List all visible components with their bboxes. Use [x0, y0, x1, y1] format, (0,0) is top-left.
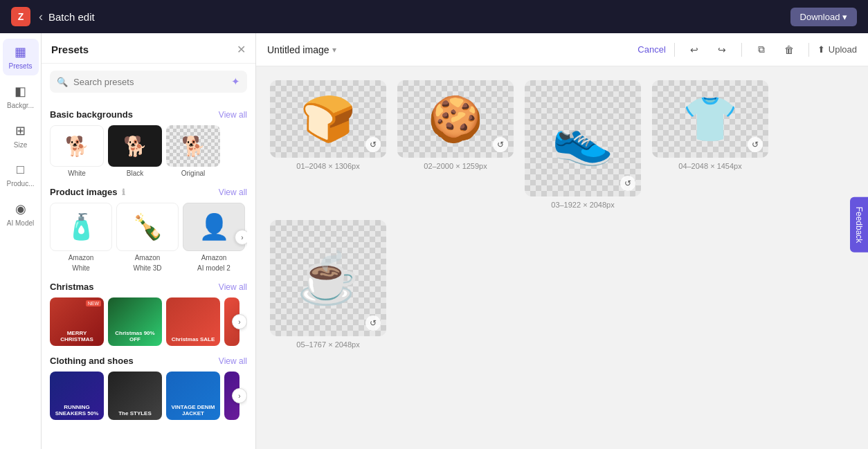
preset-black-label: Black — [127, 169, 143, 177]
search-icon: 🔍 — [57, 77, 68, 87]
magic-wand-icon[interactable]: ✦ — [231, 75, 240, 88]
presets-search: 🔍 ✦ — [42, 64, 255, 100]
clothing-shoes-header: Clothing and shoes View all — [50, 356, 247, 366]
refresh-badge-03: ↺ — [620, 176, 635, 191]
clothing-shoes-title: Clothing and shoes — [50, 356, 134, 366]
canvas-title: Untitled image ▾ — [267, 44, 336, 55]
image-item-03[interactable]: 👟 ↺ 03–1922 × 2048px — [525, 80, 641, 209]
cancel-button[interactable]: Cancel — [638, 44, 665, 55]
preset-xmas-2[interactable]: Christmas 90% OFF — [108, 297, 162, 346]
upload-button[interactable]: ⬆ Upload — [817, 44, 857, 55]
presets-icon: ▦ — [15, 44, 26, 59]
preset-clothes-2-thumb: The STYLES — [108, 372, 162, 420]
topbar: Z ‹ Batch edit Download ▾ — [0, 0, 868, 33]
basic-backgrounds-title: Basic backgrounds — [50, 109, 133, 120]
clothes-1-text: RUNNING SNEAKERS 50% — [50, 401, 104, 420]
preset-clothes-1[interactable]: RUNNING SNEAKERS 50% — [50, 372, 104, 420]
clothing-next-arrow[interactable]: › — [232, 388, 247, 403]
upload-icon: ⬆ — [817, 44, 825, 55]
preset-xmas-1[interactable]: MERRY CHRISTMAS NEW — [50, 297, 104, 346]
preset-white-thumb: 🐕 — [50, 125, 104, 167]
sidebar-item-size[interactable]: ⊞ Size — [3, 118, 39, 154]
preset-amazon-white[interactable]: 🧴 Amazon White — [50, 203, 112, 272]
preset-xmas-3[interactable]: Christmas SALE — [166, 297, 220, 346]
undo-button[interactable]: ↩ — [683, 39, 705, 61]
download-button[interactable]: Download ▾ — [790, 8, 857, 26]
preset-original-label: Original — [181, 169, 205, 177]
basic-backgrounds-header: Basic backgrounds View all — [50, 109, 247, 120]
preset-clothes-1-thumb: RUNNING SNEAKERS 50% — [50, 372, 104, 420]
canvas-area: Untitled image ▾ Cancel ↩ ↪ ⧉ 🗑 ⬆ Upload… — [256, 33, 868, 449]
preset-amazon-white-label2: White — [72, 264, 90, 272]
basic-backgrounds-view-all[interactable]: View all — [219, 110, 247, 120]
christmas-next-arrow[interactable]: › — [232, 314, 247, 329]
canvas-toolbar: Untitled image ▾ Cancel ↩ ↪ ⧉ 🗑 ⬆ Upload — [256, 33, 868, 66]
image-thumb-03: 👟 ↺ — [525, 80, 641, 196]
refresh-badge-01: ↺ — [365, 137, 381, 152]
products-label: Produc... — [6, 180, 34, 187]
toolbar-divider-3 — [808, 43, 809, 57]
sidebar-item-backgrounds[interactable]: ◧ Backgr... — [3, 78, 39, 115]
clothes-2-text: The STYLES — [108, 407, 162, 420]
copy-button[interactable]: ⧉ — [750, 39, 772, 61]
canvas-name-chevron-icon[interactable]: ▾ — [332, 45, 336, 55]
image-item-05[interactable]: ☕ ↺ 05–1767 × 2048px — [270, 220, 386, 349]
search-wrapper: 🔍 ✦ — [50, 71, 247, 93]
image-item-02[interactable]: 🍪 ↺ 02–2000 × 1259px — [397, 80, 514, 209]
presets-close-button[interactable]: ✕ — [237, 43, 246, 56]
product-images-next-arrow[interactable]: › — [235, 230, 247, 245]
size-icon: ⊞ — [15, 123, 26, 138]
christmas-header: Christmas View all — [50, 282, 247, 292]
presets-content: Basic backgrounds View all 🐕 White 🐕 Bla… — [42, 100, 255, 449]
icon-sidebar: ▦ Presets ◧ Backgr... ⊞ Size □ Produc...… — [0, 33, 42, 449]
image-item-04[interactable]: 👕 ↺ 04–2048 × 1454px — [652, 80, 768, 209]
sidebar-item-products[interactable]: □ Produc... — [3, 157, 39, 193]
preset-white[interactable]: 🐕 White — [50, 125, 104, 177]
preset-xmas-3-thumb: Christmas SALE — [166, 297, 220, 346]
feedback-tab[interactable]: Feedback — [850, 196, 868, 253]
main-layout: ▦ Presets ◧ Backgr... ⊞ Size □ Produc...… — [0, 33, 868, 449]
refresh-badge-02: ↺ — [493, 137, 508, 152]
preset-amazon-white-label: Amazon — [69, 254, 94, 262]
image-thumb-04: 👕 ↺ — [652, 80, 768, 158]
image-thumb-02: 🍪 ↺ — [397, 80, 514, 158]
presets-label: Presets — [9, 62, 33, 70]
image-label-01: 01–2048 × 1306px — [296, 162, 359, 170]
preset-xmas-2-thumb: Christmas 90% OFF — [108, 297, 162, 346]
image-label-04: 04–2048 × 1454px — [678, 162, 741, 170]
search-input[interactable] — [73, 77, 226, 87]
clothing-shoes-view-all[interactable]: View all — [219, 356, 247, 366]
products-icon: □ — [17, 163, 24, 177]
product-images-view-all[interactable]: View all — [219, 187, 247, 197]
product-images-header: Product images ℹ View all — [50, 187, 247, 197]
preset-amazon-white-3d-thumb: 🍾 — [116, 203, 179, 251]
refresh-badge-04: ↺ — [748, 137, 763, 152]
preset-original[interactable]: 🐕 Original — [166, 125, 220, 177]
christmas-view-all[interactable]: View all — [219, 282, 247, 292]
sidebar-item-presets[interactable]: ▦ Presets — [3, 39, 39, 75]
sidebar-item-ai-model[interactable]: ◉ AI Model — [3, 196, 39, 232]
preset-amazon-white-thumb: 🧴 — [50, 203, 112, 251]
preset-black[interactable]: 🐕 Black — [108, 125, 162, 177]
size-label: Size — [14, 141, 27, 149]
redo-button[interactable]: ↪ — [711, 39, 733, 61]
preset-original-thumb: 🐕 — [166, 125, 220, 167]
image-label-05: 05–1767 × 2048px — [296, 340, 359, 349]
back-button[interactable]: ‹ — [39, 10, 43, 24]
preset-clothes-2[interactable]: The STYLES — [108, 372, 162, 420]
product-images-row: 🧴 Amazon White 🍾 Amazon White 3D 👤 — [50, 203, 247, 272]
backgrounds-icon: ◧ — [15, 84, 26, 99]
preset-amazon-white-3d-label2: White 3D — [133, 264, 161, 272]
preset-amazon-white-3d[interactable]: 🍾 Amazon White 3D — [116, 203, 179, 272]
product-images-title: Product images ℹ — [50, 187, 125, 197]
ai-model-icon: ◉ — [15, 201, 26, 217]
delete-button[interactable]: 🗑 — [778, 39, 800, 61]
preset-amazon-white-3d-label: Amazon — [135, 254, 161, 262]
preset-clothes-3-thumb: VINTAGE DENIM JACKET — [166, 372, 220, 420]
preset-clothes-3[interactable]: VINTAGE DENIM JACKET — [166, 372, 220, 420]
image-item-01[interactable]: 🍞 ↺ 01–2048 × 1306px — [270, 80, 386, 209]
ai-model-label: AI Model — [7, 219, 34, 227]
christmas-row: MERRY CHRISTMAS NEW Christmas 90% OFF Ch… — [50, 297, 247, 346]
canvas-name-text: Untitled image — [267, 44, 329, 55]
image-grid: 🍞 ↺ 01–2048 × 1306px 🍪 ↺ 02–2000 × 1259p… — [256, 66, 868, 449]
